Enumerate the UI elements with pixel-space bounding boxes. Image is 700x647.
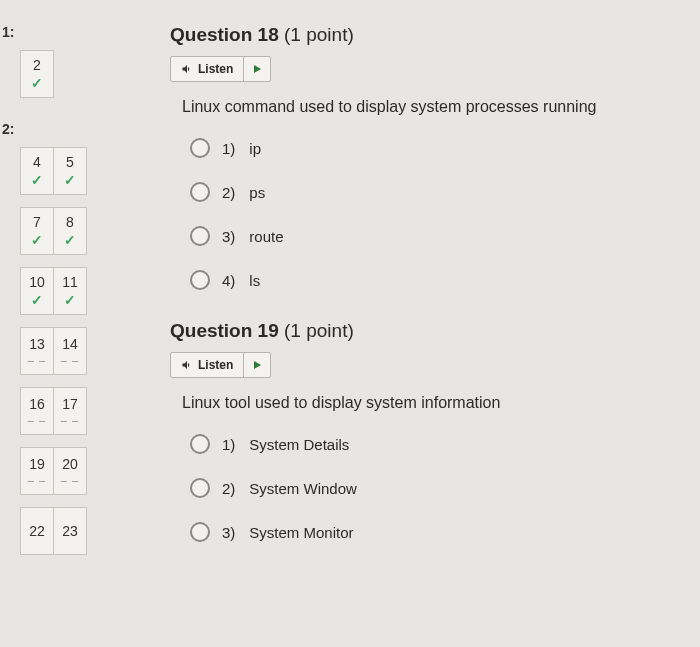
radio-button[interactable] — [190, 182, 210, 202]
radio-button[interactable] — [190, 434, 210, 454]
check-icon: ✓ — [31, 172, 43, 188]
option-number: 3) — [222, 228, 235, 245]
option-text: ps — [249, 184, 265, 201]
question-18-block: Question 18 (1 point) Listen Linux comma… — [170, 24, 670, 290]
nav-question-box[interactable]: 14– – — [53, 327, 87, 375]
question-prompt: Linux command used to display system pro… — [182, 98, 670, 116]
radio-button[interactable] — [190, 226, 210, 246]
option-number: 1) — [222, 140, 235, 157]
dash-icon: – – — [28, 414, 46, 426]
answer-option[interactable]: 2)ps — [190, 182, 670, 202]
play-button[interactable] — [244, 57, 270, 81]
nav-question-number: 4 — [33, 154, 41, 170]
nav-question-number: 19 — [29, 456, 45, 472]
nav-question-number: 2 — [33, 57, 41, 73]
nav-question-number: 16 — [29, 396, 45, 412]
option-number: 1) — [222, 436, 235, 453]
nav-question-box[interactable]: 7✓ — [20, 207, 54, 255]
listen-control: Listen — [170, 56, 271, 82]
option-number: 2) — [222, 184, 235, 201]
speaker-icon — [181, 63, 193, 75]
question-title: Question 18 (1 point) — [170, 24, 670, 46]
answer-option[interactable]: 3)route — [190, 226, 670, 246]
radio-button[interactable] — [190, 270, 210, 290]
radio-button[interactable] — [190, 478, 210, 498]
nav-question-box[interactable]: 23 — [53, 507, 87, 555]
speaker-icon — [181, 359, 193, 371]
question-nav-sidebar: 1: 2 ✓ 2: 4✓5✓7✓8✓10✓11✓13– –14– –16– –1… — [0, 0, 100, 647]
nav-question-number: 17 — [62, 396, 78, 412]
nav-question-box[interactable]: 4✓ — [20, 147, 54, 195]
question-title: Question 19 (1 point) — [170, 320, 670, 342]
option-text: System Monitor — [249, 524, 353, 541]
play-icon — [254, 361, 261, 369]
dash-icon: – – — [28, 354, 46, 366]
check-icon: ✓ — [31, 75, 43, 91]
nav-question-number: 11 — [62, 274, 78, 290]
answer-option[interactable]: 3)System Monitor — [190, 522, 670, 542]
dash-icon: – – — [28, 474, 46, 486]
question-prompt: Linux tool used to display system inform… — [182, 394, 670, 412]
nav-question-number: 5 — [66, 154, 74, 170]
nav-question-box[interactable]: 16– – — [20, 387, 54, 435]
check-icon: ✓ — [31, 232, 43, 248]
listen-button[interactable]: Listen — [171, 353, 244, 377]
dash-icon: – – — [61, 414, 79, 426]
nav-question-number: 7 — [33, 214, 41, 230]
nav-question-box[interactable]: 13– – — [20, 327, 54, 375]
radio-button[interactable] — [190, 522, 210, 542]
radio-button[interactable] — [190, 138, 210, 158]
option-number: 3) — [222, 524, 235, 541]
nav-question-box[interactable]: 10✓ — [20, 267, 54, 315]
listen-button[interactable]: Listen — [171, 57, 244, 81]
nav-question-box[interactable]: 2 ✓ — [20, 50, 54, 98]
question-19-block: Question 19 (1 point) Listen Linux tool … — [170, 320, 670, 542]
option-number: 4) — [222, 272, 235, 289]
attempt-1-label: 1: — [0, 24, 100, 40]
nav-question-number: 14 — [62, 336, 78, 352]
nav-question-number: 20 — [62, 456, 78, 472]
nav-question-box[interactable]: 17– – — [53, 387, 87, 435]
option-text: System Window — [249, 480, 357, 497]
answer-option[interactable]: 2)System Window — [190, 478, 670, 498]
option-text: route — [249, 228, 283, 245]
answer-option[interactable]: 1)ip — [190, 138, 670, 158]
answer-option[interactable]: 4)ls — [190, 270, 670, 290]
check-icon: ✓ — [64, 172, 76, 188]
nav-question-number: 10 — [29, 274, 45, 290]
nav-question-box[interactable]: 20– – — [53, 447, 87, 495]
check-icon: ✓ — [31, 292, 43, 308]
nav-question-number: 22 — [29, 523, 45, 539]
dash-icon: – – — [61, 354, 79, 366]
nav-question-box[interactable]: 22 — [20, 507, 54, 555]
play-button[interactable] — [244, 353, 270, 377]
question-main-area: Question 18 (1 point) Listen Linux comma… — [100, 0, 700, 647]
option-text: ls — [249, 272, 260, 289]
nav-question-number: 23 — [62, 523, 78, 539]
listen-control: Listen — [170, 352, 271, 378]
nav-question-number: 13 — [29, 336, 45, 352]
check-icon: ✓ — [64, 232, 76, 248]
answer-option[interactable]: 1)System Details — [190, 434, 670, 454]
play-icon — [254, 65, 261, 73]
option-text: ip — [249, 140, 261, 157]
option-text: System Details — [249, 436, 349, 453]
check-icon: ✓ — [64, 292, 76, 308]
dash-icon: – – — [61, 474, 79, 486]
nav-question-number: 8 — [66, 214, 74, 230]
attempt-2-label: 2: — [0, 121, 100, 137]
nav-question-box[interactable]: 5✓ — [53, 147, 87, 195]
nav-question-box[interactable]: 8✓ — [53, 207, 87, 255]
option-number: 2) — [222, 480, 235, 497]
nav-question-box[interactable]: 19– – — [20, 447, 54, 495]
nav-question-box[interactable]: 11✓ — [53, 267, 87, 315]
